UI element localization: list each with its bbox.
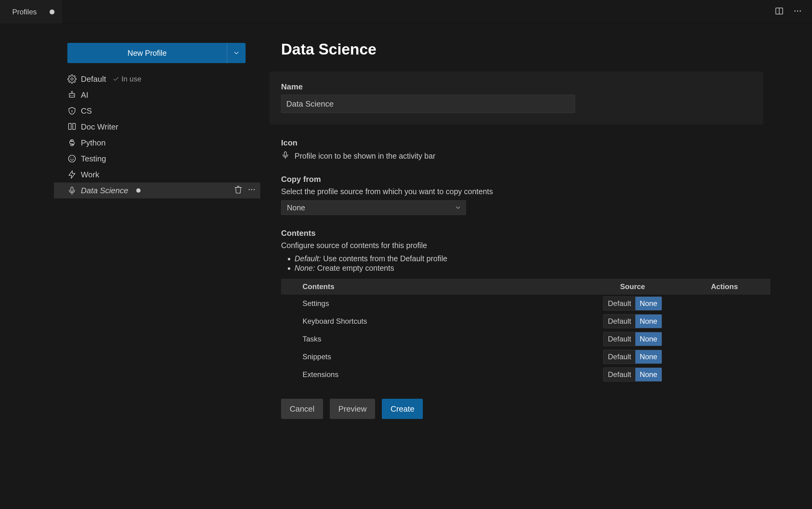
th-source: Source [587, 282, 678, 291]
title-bar: Profiles [0, 0, 812, 24]
source-toggle[interactable]: DefaultNone [603, 314, 662, 328]
svg-point-25 [253, 189, 255, 190]
copy-from-description: Select the profile source from which you… [281, 187, 738, 196]
bullet-none: None: Create empty contents [294, 264, 738, 273]
copy-from-dropdown[interactable]: None [281, 200, 466, 215]
source-cell: DefaultNone [587, 368, 678, 382]
contents-label: Contents [281, 229, 738, 238]
svg-point-19 [73, 158, 74, 158]
svg-point-7 [797, 10, 798, 12]
source-option-default[interactable]: Default [603, 350, 635, 364]
source-toggle[interactable]: DefaultNone [603, 332, 662, 346]
source-option-none[interactable]: None [635, 350, 661, 364]
th-actions: Actions [678, 282, 770, 291]
source-cell: DefaultNone [587, 332, 678, 346]
profile-name: Work [81, 170, 99, 179]
shield-icon [67, 106, 76, 115]
contents-bullets: Default: Use contents from the Default p… [281, 254, 738, 273]
ellipsis-icon [247, 185, 256, 194]
svg-rect-26 [284, 152, 287, 156]
contents-section: Contents Configure source of contents fo… [281, 229, 738, 383]
split-editor-icon[interactable] [775, 6, 784, 18]
th-contents: Contents [303, 282, 587, 291]
editor-tab-profiles[interactable]: Profiles [0, 0, 63, 24]
cancel-button[interactable]: Cancel [281, 399, 323, 419]
profile-item-testing[interactable]: Testing [54, 151, 260, 167]
contents-name: Extensions [303, 370, 587, 379]
svg-point-24 [251, 189, 252, 190]
svg-point-17 [69, 155, 76, 162]
svg-point-9 [71, 78, 73, 80]
source-option-none[interactable]: None [635, 297, 661, 310]
profile-name: Python [81, 138, 106, 147]
smile-icon [67, 154, 76, 163]
svg-marker-20 [69, 171, 75, 178]
icon-label: Icon [281, 138, 738, 147]
table-header: Contents Source Actions [281, 279, 770, 295]
source-cell: DefaultNone [587, 314, 678, 328]
source-option-none[interactable]: None [635, 314, 661, 328]
profile-item-work[interactable]: Work [54, 167, 260, 182]
source-option-default[interactable]: Default [603, 314, 635, 328]
profile-name: Doc Writer [81, 122, 118, 132]
contents-name: Tasks [303, 335, 587, 343]
chevron-down-icon [455, 204, 461, 211]
profile-item-default[interactable]: Default In use [54, 71, 260, 87]
source-toggle[interactable]: DefaultNone [603, 350, 662, 364]
icon-section: Icon Profile icon to be shown in the act… [281, 138, 738, 161]
copy-from-section: Copy from Select the profile source from… [281, 175, 738, 215]
check-icon [113, 76, 119, 82]
source-option-none[interactable]: None [635, 368, 661, 381]
contents-name: Snippets [303, 352, 587, 361]
source-option-none[interactable]: None [635, 332, 661, 346]
profile-item-ai[interactable]: AI [54, 87, 260, 103]
profile-name: Default [81, 74, 106, 84]
source-option-default[interactable]: Default [603, 297, 635, 310]
more-actions-icon[interactable] [793, 6, 802, 18]
dirty-indicator-icon [136, 188, 141, 193]
source-cell: DefaultNone [587, 350, 678, 364]
profile-name: CS [81, 106, 92, 116]
contents-name: Keyboard Shortcuts [303, 317, 587, 326]
profile-item-data-science[interactable]: Data Science [54, 182, 260, 199]
bolt-icon [67, 170, 76, 179]
profile-list: Default In use AI CS [54, 71, 260, 199]
new-profile-dropdown[interactable] [227, 43, 246, 63]
name-label: Name [281, 82, 751, 92]
table-row: Keyboard ShortcutsDefaultNone [281, 312, 770, 330]
profile-icon-button[interactable] [281, 151, 290, 161]
gear-icon [67, 74, 76, 83]
svg-point-12 [73, 95, 73, 96]
table-row: SnippetsDefaultNone [281, 348, 770, 366]
copy-from-label: Copy from [281, 175, 738, 184]
new-profile-button[interactable]: New Profile [67, 43, 246, 63]
source-cell: DefaultNone [587, 297, 678, 310]
source-option-default[interactable]: Default [603, 332, 635, 346]
svg-point-18 [70, 158, 71, 158]
delete-profile-button[interactable] [234, 185, 243, 196]
chevron-down-icon [233, 49, 240, 57]
svg-point-6 [794, 10, 796, 12]
action-buttons: Cancel Preview Create [281, 399, 738, 419]
profile-more-actions-button[interactable] [247, 185, 256, 196]
source-option-default[interactable]: Default [603, 368, 635, 381]
mic-icon [281, 151, 290, 159]
profile-item-doc-writer[interactable]: Doc Writer [54, 119, 260, 135]
preview-button[interactable]: Preview [330, 399, 375, 419]
new-profile-label: New Profile [67, 43, 227, 63]
source-toggle[interactable]: DefaultNone [603, 368, 662, 382]
svg-point-8 [800, 10, 801, 12]
robot-icon [67, 90, 76, 100]
svg-rect-10 [69, 93, 75, 97]
table-row: ExtensionsDefaultNone [281, 366, 770, 383]
name-section: Name [270, 72, 763, 125]
table-row: SettingsDefaultNone [281, 295, 770, 312]
source-toggle[interactable]: DefaultNone [603, 297, 662, 310]
profile-name-input[interactable] [281, 95, 575, 113]
create-button[interactable]: Create [382, 399, 423, 419]
profile-item-python[interactable]: Python [54, 135, 260, 151]
profile-item-cs[interactable]: CS [54, 103, 260, 119]
in-use-badge: In use [113, 75, 141, 83]
tab-title: Profiles [12, 8, 37, 16]
profile-name: Testing [81, 154, 106, 164]
